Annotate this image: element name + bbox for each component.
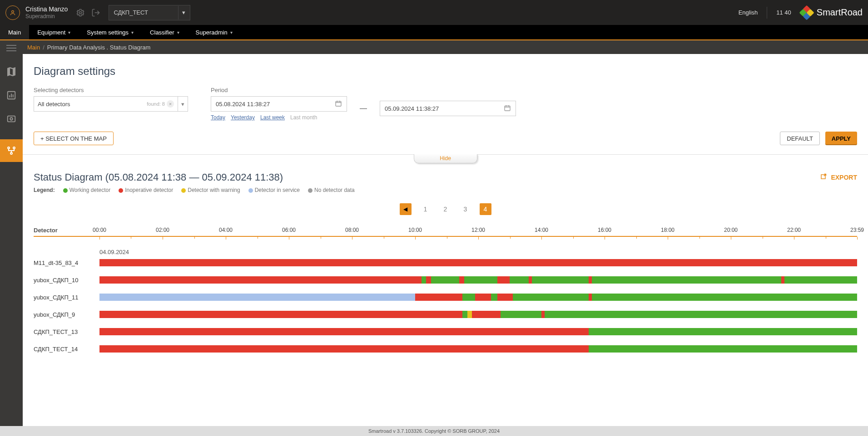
segment-working bbox=[510, 276, 529, 284]
brand: SmartRoad bbox=[817, 7, 863, 18]
sidebar-camera-icon[interactable] bbox=[5, 113, 17, 125]
chart-date: 04.09.2024 bbox=[99, 249, 857, 255]
segment-inoperative bbox=[497, 276, 510, 284]
page-prev[interactable]: ◀ bbox=[400, 203, 412, 215]
project-select-value: СДКП_ТЕСТ bbox=[114, 9, 148, 16]
segment-working bbox=[784, 276, 857, 284]
user-name: Cristina Manzo bbox=[25, 5, 68, 13]
segment-inoperative bbox=[99, 311, 462, 318]
breadcrumb-sep: / bbox=[43, 44, 45, 51]
segment-inoperative bbox=[472, 311, 501, 318]
hide-toggle[interactable]: Hide bbox=[414, 154, 477, 163]
segment-working bbox=[422, 276, 426, 284]
segment-inoperative bbox=[99, 259, 857, 266]
segment-inoperative bbox=[475, 294, 491, 301]
tick-label: 12:00 bbox=[471, 227, 485, 233]
segment-working bbox=[592, 276, 781, 284]
date-to-input[interactable]: 05.09.2024 11:38:27 bbox=[380, 101, 516, 116]
navbar: Main Equipment▾ System settings▾ Classif… bbox=[0, 25, 868, 40]
link-lastweek[interactable]: Last week bbox=[260, 114, 285, 121]
svg-point-7 bbox=[10, 118, 13, 120]
segment-inoperative bbox=[497, 294, 513, 301]
segment-working bbox=[532, 276, 589, 284]
sidebar-chart-icon[interactable] bbox=[5, 89, 17, 101]
svg-point-8 bbox=[8, 147, 10, 149]
link-lastmonth[interactable]: Last month bbox=[290, 114, 317, 121]
project-select[interactable]: СДКП_ТЕСТ ▾ bbox=[109, 5, 190, 20]
period-label: Period bbox=[211, 87, 516, 93]
detector-bar bbox=[99, 328, 857, 335]
tick-label: 10:00 bbox=[408, 227, 422, 233]
axis-ticks: 00:0002:0004:0006:0008:0010:0012:0014:00… bbox=[99, 227, 857, 234]
page-4[interactable]: 4 bbox=[480, 203, 491, 215]
segment-inoperative bbox=[99, 345, 589, 353]
menu-icon[interactable] bbox=[6, 43, 16, 53]
link-today[interactable]: Today bbox=[211, 114, 225, 121]
chevron-down-icon: ▾ bbox=[177, 30, 179, 35]
logo: SmartRoad bbox=[800, 6, 863, 19]
language-switch[interactable]: English bbox=[739, 9, 758, 16]
detector-name: М11_dt-35_83_4 bbox=[34, 260, 99, 266]
breadcrumb-root[interactable]: Main bbox=[27, 44, 40, 51]
status-chart: Detector 00:0002:0004:0006:0008:0010:001… bbox=[34, 227, 857, 353]
detector-bar bbox=[99, 311, 857, 318]
svg-point-1 bbox=[79, 11, 82, 14]
page-3[interactable]: 3 bbox=[460, 203, 471, 215]
nav-equipment-label: Equipment bbox=[37, 29, 65, 36]
diagram-title: Status Diagram (05.08.2024 11:38 — 05.09… bbox=[34, 171, 283, 183]
detector-row: yubox_СДКП_11 bbox=[34, 294, 857, 301]
avatar[interactable] bbox=[5, 5, 20, 20]
page-2[interactable]: 2 bbox=[440, 203, 451, 215]
export-button[interactable]: EXPORT bbox=[820, 173, 857, 181]
segment-inoperative bbox=[415, 294, 462, 301]
tick-label: 00:00 bbox=[93, 227, 106, 233]
page-1[interactable]: 1 bbox=[420, 203, 432, 215]
nav-equipment[interactable]: Equipment▾ bbox=[29, 25, 79, 39]
detector-bar bbox=[99, 276, 857, 284]
svg-point-0 bbox=[12, 10, 14, 13]
tick-label: 20:00 bbox=[724, 227, 738, 233]
tick-label: 18:00 bbox=[661, 227, 675, 233]
segment-working bbox=[501, 311, 541, 318]
tick-label: 16:00 bbox=[598, 227, 611, 233]
segment-service bbox=[99, 294, 415, 301]
tick-label: 04:00 bbox=[219, 227, 233, 233]
segment-working bbox=[462, 311, 467, 318]
link-yesterday[interactable]: Yesterday bbox=[231, 114, 255, 121]
axis-label: Detector bbox=[34, 227, 99, 234]
user-block: Cristina Manzo Superadmin bbox=[25, 5, 68, 20]
nav-classifier[interactable]: Classifier▾ bbox=[142, 25, 187, 39]
chevron-down-icon[interactable]: ▾ bbox=[178, 97, 188, 111]
diagram-section: Status Diagram (05.08.2024 11:38 — 05.09… bbox=[23, 163, 868, 376]
nav-superadmin[interactable]: Superadmin▾ bbox=[188, 25, 241, 39]
svg-point-9 bbox=[13, 147, 15, 149]
sidebar-map-icon[interactable] bbox=[5, 66, 17, 78]
segment-working bbox=[513, 294, 589, 301]
nav-main[interactable]: Main bbox=[0, 25, 29, 39]
clock: 11 40 bbox=[776, 9, 791, 16]
top-icons bbox=[76, 8, 100, 17]
segment-inoperative bbox=[99, 328, 589, 335]
gear-icon[interactable] bbox=[76, 8, 85, 17]
clear-icon[interactable]: × bbox=[167, 100, 174, 108]
legend-inop: Inoperative detector bbox=[125, 187, 173, 193]
detectors-field: Selecting detectors All detectors found:… bbox=[34, 87, 188, 112]
axis-tick-marks bbox=[99, 237, 857, 240]
tick-label: 08:00 bbox=[345, 227, 359, 233]
svg-rect-4 bbox=[11, 93, 12, 97]
svg-point-10 bbox=[10, 152, 12, 154]
nav-system[interactable]: System settings▾ bbox=[79, 25, 142, 39]
segment-inoperative bbox=[541, 311, 545, 318]
sidebar-diagram-icon[interactable] bbox=[0, 139, 23, 162]
segment-working bbox=[464, 276, 497, 284]
date-from-input[interactable]: 05.08.2024 11:38:27 bbox=[211, 96, 347, 112]
default-button[interactable]: DEFAULT bbox=[780, 132, 820, 145]
apply-button[interactable]: APPLY bbox=[825, 132, 857, 145]
select-on-map-button[interactable]: + SELECT ON THE MAP bbox=[34, 132, 114, 145]
detectors-select[interactable]: All detectors found: 8 × ▾ bbox=[34, 96, 188, 112]
svg-rect-12 bbox=[505, 106, 510, 111]
detector-row: М11_dt-35_83_4 bbox=[34, 259, 857, 266]
calendar-icon bbox=[504, 104, 511, 113]
logout-icon[interactable] bbox=[91, 8, 100, 17]
nav-superadmin-label: Superadmin bbox=[196, 29, 228, 36]
